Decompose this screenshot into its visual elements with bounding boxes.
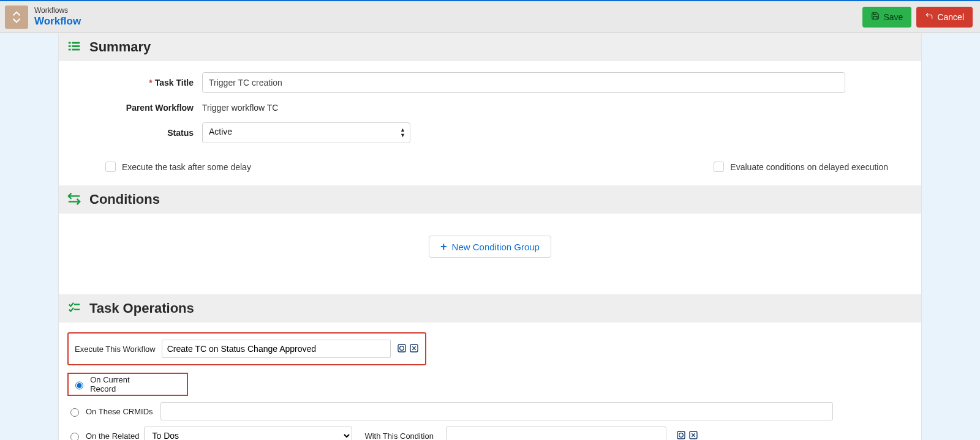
plus-icon: + (440, 241, 447, 252)
page: Summary *Task Title Parent Workflow Trig… (58, 33, 922, 440)
section-conditions-title: Conditions (89, 192, 160, 207)
taskops-icon (67, 301, 81, 316)
execute-delay-label: Execute the task after some delay (122, 162, 251, 172)
cancel-button[interactable]: Cancel (916, 7, 973, 28)
undo-icon (925, 12, 933, 22)
conditions-icon (67, 192, 81, 207)
radio-on-the-related-label: On the Related (86, 431, 139, 441)
svg-point-16 (679, 433, 684, 437)
section-summary-header: Summary (59, 33, 921, 61)
clear-icon[interactable] (688, 430, 698, 441)
clear-icon[interactable] (409, 343, 419, 355)
breadcrumb: Workflows Workflow (34, 7, 81, 27)
svg-rect-3 (72, 45, 80, 47)
page-title: Workflow (34, 15, 81, 28)
status-label: Status (167, 128, 194, 138)
save-button-label: Save (883, 12, 903, 22)
radio-input[interactable] (70, 433, 79, 441)
section-summary-title: Summary (89, 39, 151, 55)
with-condition-label: With This Condition (364, 431, 433, 441)
radio-input[interactable] (75, 381, 83, 390)
stepper-icon: ▲▼ (400, 125, 405, 140)
execute-workflow-row: Execute This Workflow (67, 332, 426, 365)
taskops-body: Execute This Workflow On Current Record … (59, 323, 921, 440)
summary-check-row: Execute the task after some delay Evalua… (59, 157, 921, 185)
summary-icon (67, 40, 81, 55)
app-icon (5, 6, 28, 29)
svg-rect-2 (69, 45, 71, 47)
with-condition-input[interactable] (446, 427, 666, 440)
related-module-select[interactable]: To Dos (144, 427, 352, 440)
execute-workflow-label: Execute This Workflow (75, 345, 156, 354)
section-conditions-header: Conditions (59, 185, 921, 214)
checkbox-icon (714, 162, 724, 172)
parent-workflow-value: Trigger workflow TC (202, 103, 913, 113)
svg-rect-15 (677, 431, 685, 439)
new-condition-group-label: New Condition Group (452, 242, 540, 252)
radio-on-these-crmids[interactable]: On These CRMIDs (67, 406, 153, 417)
execute-delay-check[interactable]: Execute the task after some delay (105, 162, 251, 172)
status-select[interactable]: Active ▲▼ (202, 122, 410, 143)
radio-input[interactable] (70, 408, 79, 417)
execute-workflow-input[interactable] (162, 340, 391, 358)
radio-on-the-related[interactable]: On the Related (67, 431, 139, 441)
topbar: Workflows Workflow Save Cancel (0, 0, 980, 33)
lookup-icon[interactable] (676, 430, 686, 441)
radio-on-these-crmids-label: On These CRMIDs (86, 407, 153, 416)
task-title-input[interactable] (202, 72, 845, 93)
parent-workflow-label: Parent Workflow (126, 103, 194, 113)
svg-rect-1 (72, 42, 80, 43)
task-title-label: Task Title (155, 78, 194, 88)
eval-delayed-check[interactable]: Evaluate conditions on delayed execution (714, 162, 888, 172)
svg-rect-0 (69, 42, 71, 43)
lookup-icon[interactable] (397, 343, 407, 355)
svg-point-11 (400, 346, 404, 350)
save-icon (871, 12, 880, 22)
radio-on-current-record[interactable]: On Current Record (67, 373, 188, 396)
cancel-button-label: Cancel (937, 12, 964, 22)
crmids-input[interactable] (160, 402, 833, 420)
svg-rect-4 (69, 48, 71, 50)
breadcrumb-parent[interactable]: Workflows (34, 7, 81, 15)
conditions-body: + New Condition Group (59, 214, 921, 294)
radio-on-current-record-label: On Current Record (90, 375, 154, 393)
section-taskops-title: Task Operations (89, 300, 194, 316)
summary-body: *Task Title Parent Workflow Trigger work… (59, 61, 921, 157)
section-taskops-header: Task Operations (59, 294, 921, 323)
svg-rect-10 (398, 345, 405, 352)
svg-rect-5 (72, 48, 80, 50)
save-button[interactable]: Save (862, 7, 911, 28)
new-condition-group-button[interactable]: + New Condition Group (429, 236, 551, 258)
eval-delayed-label: Evaluate conditions on delayed execution (730, 162, 888, 172)
checkbox-icon (105, 162, 116, 172)
status-select-value: Active (202, 122, 410, 143)
